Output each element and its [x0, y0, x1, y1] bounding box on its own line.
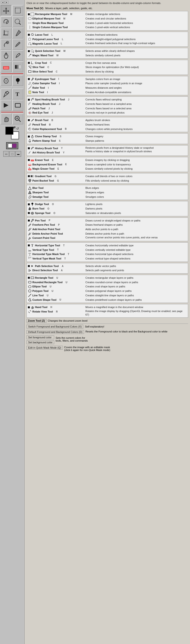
tool-gradient: Gradient Tool G: [28, 174, 86, 178]
dodge-tool-btn[interactable]: [12, 75, 23, 86]
type-tool-btn[interactable]: T: [12, 89, 23, 100]
set-colors-row: Set foreground color Set background colo…: [26, 336, 188, 345]
bg-eraser-icon: bg: [28, 162, 32, 166]
arrow-left-icon[interactable]: ◄: [1, 1, 4, 4]
hand-icon: [30, 306, 34, 309]
tool-ellipse-shape: Ellipse Tool U: [28, 284, 86, 289]
slice-icon: [28, 66, 32, 69]
set-colors-labels: Set foreground color Set background colo…: [26, 336, 54, 345]
path-sel-btn[interactable]: [1, 100, 12, 111]
dodge-names: Dodge Tool O Burn Tool O Sponge Tool O: [28, 202, 86, 215]
crop-names: Crop Tool C Slice Tool C Slice Select To…: [28, 61, 86, 74]
marker-icon: [28, 13, 30, 15]
quick-sel-tool-btn[interactable]: [12, 16, 23, 27]
shape-tool-btn[interactable]: [12, 100, 23, 111]
desc-ellipse-shape: Creates oval shape layers or paths: [86, 284, 187, 289]
pen-names: Pen Tool P Freeform Pen Tool P + Add Anc…: [28, 218, 86, 240]
move-tool-btn[interactable]: [1, 5, 12, 16]
page-container: ◄ ►: [0, 0, 190, 644]
svg-text:T: T: [28, 257, 32, 258]
color-sampler-icon: [28, 82, 32, 86]
spot-heal-btn[interactable]: [1, 39, 12, 50]
switch-fg-bg-label[interactable]: Switch Foreground and Background Colors …: [26, 325, 83, 328]
eraser-group: Eraser Tool E bg Background Eraser Tool …: [26, 157, 188, 172]
svg-rect-55: [32, 136, 33, 136]
note-icon: [28, 90, 32, 94]
brush-tool-btn[interactable]: [12, 39, 23, 50]
tool-ellipse-marquee: Elliptical Marquee Tool M: [28, 16, 86, 21]
desc-eyedropper: Samples colors from an image: [86, 77, 187, 82]
svg-line-22: [18, 120, 21, 122]
eraser-names: Eraser Tool E bg Background Eraser Tool …: [28, 158, 86, 171]
foreground-color-box[interactable]: [6, 127, 13, 135]
quick-mask-desc: Covers the image with an editable mask(c…: [64, 346, 110, 352]
tool-note: Note Tool I: [28, 90, 86, 94]
tool-art-history-brush: Art History Brush Tool Y: [28, 150, 86, 155]
tool-rotate-view: Rotate View Tool R: [28, 310, 86, 314]
tool-pencil: Pencil Tool B: [28, 122, 86, 127]
hand-tool-btn[interactable]: [1, 114, 12, 124]
blur-tool-btn[interactable]: [1, 75, 12, 86]
svg-rect-1: [15, 8, 20, 13]
desc-magic-eraser: Erases similarly colored pixels by click…: [86, 166, 187, 171]
svg-text:T: T: [28, 250, 32, 252]
marker-icon: [28, 277, 30, 279]
quick-mask-btn[interactable]: [6, 142, 18, 149]
desc-color-replace: Changes colors while preserving textures: [86, 127, 187, 132]
stamp-descs: Clones imagery Stamps patterns: [86, 134, 187, 143]
desc-slice-sel: Selects slices by clicking: [86, 70, 187, 74]
default-fg-bg-label[interactable]: Default Foreground and Background Colors…: [26, 330, 84, 334]
zoom-tool-btn[interactable]: [12, 114, 23, 124]
set-bg-label[interactable]: Set background color: [26, 340, 54, 344]
swap-colors-icon[interactable]: ⇄: [13, 126, 16, 129]
sidebar-bottom: ↺ ⇄ ▭ ⬚ ▬: [2, 125, 22, 158]
color-reset-icon[interactable]: ↺: [16, 127, 19, 130]
eyedropper-tool-btn[interactable]: [12, 28, 23, 38]
sharpen-icon: [28, 190, 32, 194]
switch-fg-bg-row: Switch Foreground and Background Colors …: [26, 325, 188, 329]
standard-view-btn[interactable]: ▭: [3, 151, 9, 157]
tool-grid-2: [0, 74, 24, 86]
tool-add-anchor: + Add Anchor Point Tool: [28, 227, 86, 232]
desc-smudge: Smudges colors: [86, 195, 187, 199]
marker-icon: [28, 244, 30, 246]
desc-dodge: Lightens pixels: [86, 202, 187, 206]
arrow-right-icon[interactable]: ►: [5, 1, 8, 4]
desc-hand: Moves a magnified image in the document …: [86, 305, 187, 310]
marker-icon: [28, 265, 30, 267]
shapes-names: Rectangle Tool U Rounded Rectangle Tool …: [28, 276, 86, 302]
marquee-tool-btn[interactable]: [12, 5, 23, 16]
content-area: Click on or near the collapse/expand but…: [25, 0, 190, 644]
desc-slice: Slices images for optimization (for Web …: [86, 65, 187, 70]
history-brush-btn[interactable]: [12, 50, 23, 61]
lasso-tool-btn[interactable]: [1, 16, 12, 27]
desc-custom-shape: Creates predefined custom shape layers o…: [86, 298, 187, 302]
gradient-btn[interactable]: [12, 62, 23, 72]
fullscreen-btn[interactable]: ▬: [16, 151, 21, 157]
desc-pen: Draws curved or straight-edged shapes or…: [86, 218, 187, 223]
fullscreen-menu-btn[interactable]: ⬚: [10, 151, 15, 157]
magic-wand-icon: ✦: [28, 54, 32, 57]
crop-tool-btn[interactable]: [1, 28, 12, 38]
quick-mask-label[interactable]: Edit in Quick Mask Mode (Q): [26, 346, 63, 350]
tool-crop: Crop Tool C: [28, 61, 86, 65]
marker-icon: [28, 34, 30, 36]
convert-point-icon: [28, 236, 32, 240]
crop-icon: [30, 61, 34, 65]
custom-shape-icon: [28, 298, 32, 302]
marker-icon: [28, 62, 30, 64]
line-shape-icon: [28, 294, 32, 297]
svg-rect-20: [15, 104, 20, 107]
blur-descs: Blurs edges Sharpens edges Smudges color…: [86, 186, 187, 199]
quick-sel-names: Quick Selection Tool W ✦ Magic Wand Tool…: [28, 49, 86, 58]
eyedropper-names: Eyedropper Tool I Color Sampler Tool I R…: [28, 77, 86, 94]
clone-stamp-btn[interactable]: [1, 50, 12, 61]
eraser-btn[interactable]: [1, 62, 12, 72]
desc-paint-bucket: Fills similarly colored areas by clickin…: [86, 178, 187, 183]
set-fg-label[interactable]: Set foreground color: [26, 336, 54, 339]
rect-shape-icon: [30, 276, 34, 280]
pen-tool-btn[interactable]: [1, 89, 12, 100]
nav-descs: Moves a magnified image in the document …: [86, 305, 187, 316]
lasso-group: Lasso Tool L Polygonal Lasso Tool L m Ma…: [26, 32, 188, 47]
history-brush-group: History Brush Tool Y Art History Brush T…: [26, 145, 188, 156]
